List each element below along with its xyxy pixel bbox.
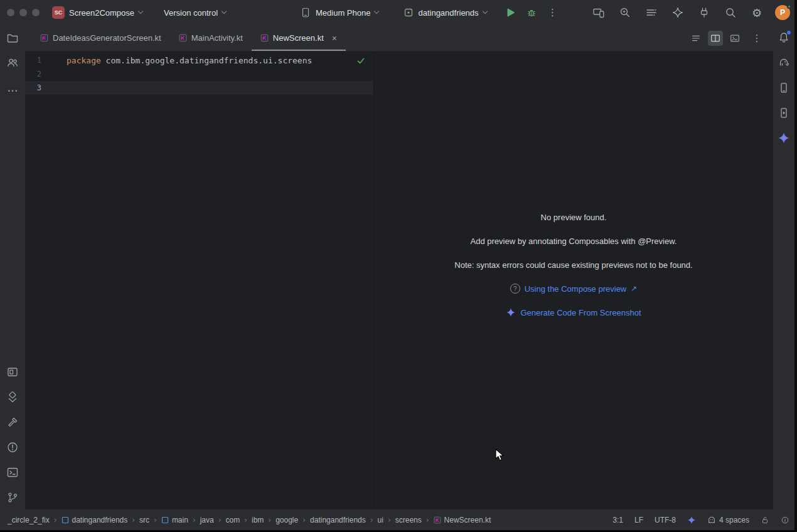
terminal-button[interactable] — [5, 465, 20, 480]
phone-icon — [300, 7, 311, 18]
sparkle-icon — [687, 516, 696, 524]
breadcrumb-label: ui — [378, 516, 383, 524]
generate-code-link[interactable]: Generate Code From Screenshot — [520, 308, 641, 317]
layout-inspector-icon — [6, 366, 19, 378]
breadcrumb-item[interactable]: ui — [378, 516, 383, 524]
split-view-button[interactable] — [708, 31, 723, 46]
breadcrumb-separator-icon: › — [388, 516, 391, 524]
compose-preview-help-link[interactable]: Using the Compose preview — [525, 284, 627, 294]
chevron-down-icon — [222, 9, 227, 14]
line-number[interactable]: 3 — [25, 83, 41, 92]
kebab-icon: ⋮ — [752, 33, 762, 44]
tab-newscreen[interactable]: NewScreen.kt × — [252, 25, 346, 51]
code-editor[interactable]: 1 package com.ibm.google.datingandfriend… — [25, 51, 374, 509]
compose-preview-help-row: ? Using the Compose preview ↗ — [510, 283, 638, 294]
version-control-widget[interactable]: Version control — [160, 6, 230, 20]
code-view-button[interactable] — [688, 31, 703, 46]
more-run-actions-button[interactable]: ⋮ — [545, 4, 561, 21]
gemini-button[interactable] — [776, 130, 791, 146]
close-window-button[interactable] — [7, 9, 14, 16]
breadcrumb-separator-icon: › — [302, 516, 306, 524]
line-number[interactable]: 2 — [25, 70, 41, 78]
kebab-icon: ⋮ — [548, 7, 557, 18]
info-widget[interactable] — [781, 516, 789, 524]
hammer-icon — [6, 416, 19, 428]
run-button[interactable] — [502, 4, 518, 21]
ai-assistant-icon — [671, 6, 684, 19]
project-widget[interactable]: SC Screen2Compose — [48, 4, 146, 21]
breadcrumb-item[interactable]: google — [275, 516, 298, 524]
caret-position-widget[interactable]: 3:1 — [612, 516, 623, 524]
task-list-button[interactable] — [643, 4, 660, 21]
help-icon[interactable]: ? — [510, 284, 520, 294]
close-tab-icon[interactable]: × — [332, 34, 337, 43]
breadcrumb-item[interactable]: datingandfriends — [62, 516, 128, 524]
tab-label: NewScreen.kt — [273, 33, 324, 43]
breadcrumb-label: main — [172, 516, 188, 524]
breadcrumb-item[interactable]: screens — [395, 516, 422, 524]
version-control-tool-button[interactable] — [5, 490, 20, 505]
search-button[interactable] — [722, 4, 739, 21]
breadcrumb-item[interactable]: java — [200, 516, 214, 524]
resource-manager-button[interactable] — [5, 390, 20, 405]
copilot-status-icon — [707, 516, 716, 524]
minimize-window-button[interactable] — [19, 9, 27, 16]
indent-widget[interactable]: 4 spaces — [707, 516, 749, 524]
inspections-widget[interactable] — [356, 56, 366, 66]
problems-button[interactable] — [5, 440, 20, 455]
collaboration-tool-button[interactable] — [5, 55, 20, 70]
chevron-down-icon — [138, 9, 143, 14]
breadcrumb-label: screens — [395, 516, 422, 524]
file-lock-widget[interactable] — [761, 516, 769, 524]
ai-search-button[interactable] — [617, 4, 633, 21]
split-view-icon — [710, 33, 721, 44]
breadcrumb-label: com — [226, 516, 240, 524]
ai-search-icon — [619, 6, 631, 19]
breadcrumb-item[interactable]: ibm — [252, 516, 264, 524]
breadcrumb-item[interactable]: datingandfriends — [310, 516, 366, 524]
android-studio-window: SC Screen2Compose Version control Medium… — [0, 0, 797, 532]
debug-button[interactable] — [523, 4, 540, 21]
plugin-button[interactable] — [696, 4, 712, 21]
tab-mainactivity[interactable]: MainActivity.kt — [170, 25, 252, 51]
editor-column: DateIdeasGeneratorScreen.kt MainActivity… — [25, 25, 773, 509]
tab-label: MainActivity.kt — [191, 33, 243, 43]
avatar[interactable]: P — [775, 5, 790, 20]
line-separator-widget[interactable]: LF — [634, 516, 643, 524]
kotlin-file-icon — [434, 516, 441, 524]
breadcrumb-label: google — [275, 516, 298, 524]
kotlin-file-icon — [179, 34, 187, 42]
breadcrumb-separator-icon: › — [54, 516, 57, 524]
ai-assistant-button[interactable] — [670, 4, 686, 21]
line-number[interactable]: 1 — [25, 56, 41, 65]
more-tool-windows-button[interactable]: … — [5, 80, 20, 95]
breadcrumb-item[interactable]: src — [139, 516, 149, 524]
chevron-down-icon — [482, 9, 487, 14]
breadcrumb-item[interactable]: _circle_2_fix — [8, 516, 50, 524]
editor-options-button[interactable]: ⋮ — [749, 31, 764, 46]
ai-status-widget[interactable] — [687, 516, 696, 524]
run-configuration-selector[interactable]: datingandfriends — [400, 5, 490, 20]
breadcrumb-item[interactable]: com — [226, 516, 240, 524]
running-devices-button[interactable] — [776, 105, 791, 120]
device-mirroring-button[interactable] — [591, 4, 607, 21]
breadcrumb: _circle_2_fix › datingandfriends › src ›… — [8, 516, 491, 524]
device-explorer-button[interactable] — [776, 80, 791, 95]
layout-inspector-button[interactable] — [5, 364, 20, 380]
breadcrumb-item[interactable]: NewScreen.kt — [434, 516, 491, 524]
tab-dateideasgeneratorscreen[interactable]: DateIdeasGeneratorScreen.kt — [31, 25, 170, 51]
zoom-window-button[interactable] — [32, 9, 40, 16]
build-button[interactable] — [5, 415, 20, 430]
encoding-widget[interactable]: UTF-8 — [655, 516, 676, 524]
breadcrumb-item[interactable]: main — [161, 516, 188, 524]
gradle-button[interactable] — [776, 55, 791, 70]
avatar-status-dot — [787, 4, 791, 9]
design-view-button[interactable] — [727, 31, 742, 46]
notifications-button[interactable] — [776, 30, 791, 45]
left-tool-stripe: … — [0, 25, 25, 509]
device-selector[interactable]: Medium Phone — [296, 4, 382, 21]
project-tool-button[interactable] — [5, 30, 20, 45]
breadcrumb-separator-icon: › — [154, 516, 157, 524]
breadcrumb-separator-icon: › — [132, 516, 135, 524]
settings-button[interactable]: ⚙ — [749, 4, 765, 21]
